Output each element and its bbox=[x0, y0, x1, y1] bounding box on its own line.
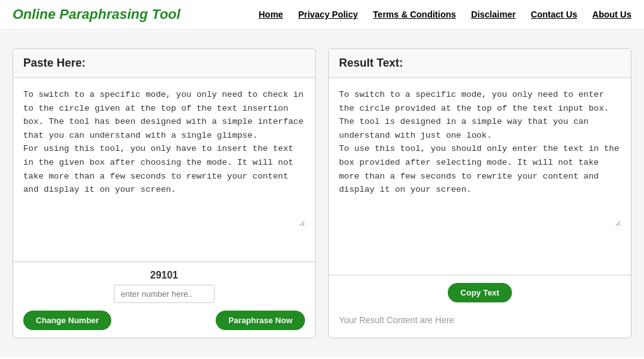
paste-panel-title: Paste Here: bbox=[23, 57, 86, 69]
paraphrase-button[interactable]: Paraphrase Now bbox=[216, 311, 305, 330]
result-panel-header: Result Text: bbox=[329, 49, 631, 78]
main-nav: HomePrivacy PolicyTerms & ConditionsDisc… bbox=[258, 9, 631, 19]
paste-panel: Paste Here: 29101 Change Number Paraphra… bbox=[13, 48, 316, 338]
result-panel-body bbox=[329, 78, 631, 275]
copy-text-button[interactable]: Copy Text bbox=[448, 283, 512, 302]
result-panel-footer: Copy Text Your Result Content are Here bbox=[329, 275, 631, 338]
paste-panel-footer: 29101 Change Number Paraphrase Now bbox=[13, 262, 315, 338]
captcha-section: 29101 bbox=[23, 270, 305, 303]
result-textarea[interactable] bbox=[339, 88, 621, 226]
paste-panel-body bbox=[13, 78, 315, 262]
nav-item-disclaimer[interactable]: Disclaimer bbox=[471, 9, 516, 19]
site-header: Online Paraphrasing Tool HomePrivacy Pol… bbox=[0, 0, 644, 30]
main-content: Paste Here: 29101 Change Number Paraphra… bbox=[0, 30, 644, 357]
change-number-button[interactable]: Change Number bbox=[23, 311, 111, 330]
nav-item-home[interactable]: Home bbox=[258, 9, 283, 19]
nav-item-about[interactable]: About Us bbox=[592, 9, 631, 19]
result-placeholder: Your Result Content are Here bbox=[339, 310, 621, 330]
paste-panel-header: Paste Here: bbox=[13, 49, 315, 78]
captcha-input[interactable] bbox=[114, 285, 214, 303]
result-panel-title: Result Text: bbox=[339, 57, 403, 69]
paste-textarea[interactable] bbox=[23, 88, 305, 226]
result-panel: Result Text: Copy Text Your Result Conte… bbox=[328, 48, 631, 338]
nav-item-contact[interactable]: Contact Us bbox=[531, 9, 577, 19]
site-title: Online Paraphrasing Tool bbox=[13, 6, 180, 23]
nav-item-privacy[interactable]: Privacy Policy bbox=[298, 9, 358, 19]
footer-buttons: Change Number Paraphrase Now bbox=[23, 311, 305, 330]
copy-btn-row: Copy Text bbox=[339, 283, 621, 302]
nav-item-terms[interactable]: Terms & Conditions bbox=[373, 9, 456, 19]
captcha-number: 29101 bbox=[23, 270, 305, 281]
